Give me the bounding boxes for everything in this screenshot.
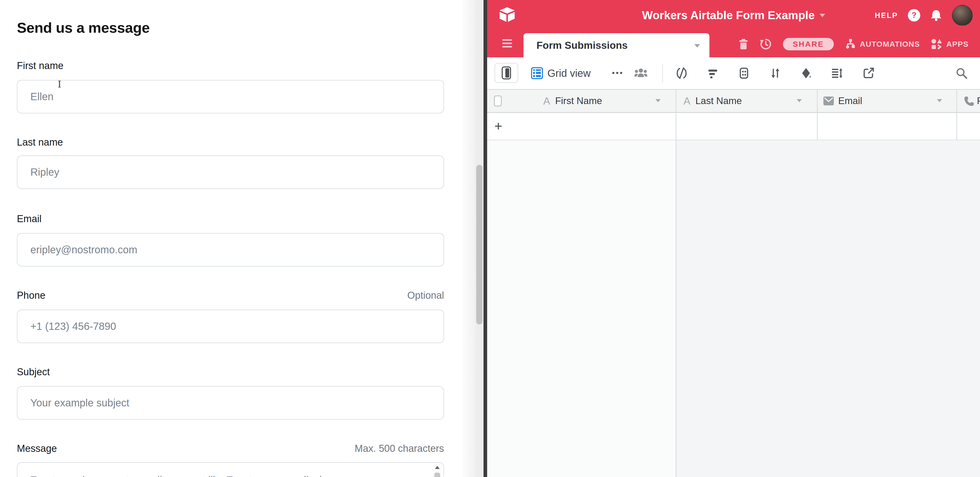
column-first-name[interactable]: First Name	[555, 90, 602, 112]
hide-fields-icon[interactable]	[676, 67, 687, 79]
tab-label: Form Submissions	[536, 33, 628, 57]
toggle-views-sidebar-button[interactable]	[495, 63, 518, 83]
email-label: Email	[17, 213, 41, 225]
phone-placeholder: +1 (123) 456-7890	[30, 320, 116, 332]
message-label-row: Message Max. 500 characters	[17, 441, 444, 454]
text-cursor-icon: I	[58, 79, 61, 90]
last-name-label: Last name	[17, 137, 63, 148]
message-label: Message	[17, 443, 57, 454]
view-toolbar: Grid view	[487, 57, 980, 89]
last-name-input[interactable]: Ripley	[17, 155, 444, 189]
page-title: Send us a message	[17, 19, 150, 36]
history-icon[interactable]	[760, 38, 772, 50]
automations-button[interactable]: AUTOMATIONS	[845, 38, 920, 50]
column-last-name[interactable]: Last Name	[695, 90, 742, 112]
add-record-row[interactable]: +	[487, 113, 980, 140]
email-placeholder: eripley@nostromo.com	[30, 244, 137, 256]
grid-view-icon	[531, 67, 543, 79]
first-name-label: First name	[17, 60, 64, 71]
message-maxchars-note: Max. 500 characters	[355, 443, 444, 454]
apps-icon	[931, 38, 943, 50]
email-input[interactable]: eripley@nostromo.com	[17, 233, 444, 266]
collaborators-icon[interactable]	[634, 67, 648, 80]
notifications-bell-icon[interactable]	[930, 10, 942, 21]
tab-form-submissions[interactable]: Form Submissions	[523, 33, 710, 57]
automations-icon	[845, 38, 856, 50]
share-button[interactable]: SHARE	[783, 38, 834, 50]
phone-label: Phone	[17, 290, 45, 301]
filter-icon[interactable]	[707, 67, 719, 79]
column-phone[interactable]: Phone	[977, 90, 980, 112]
page-scrollbar-thumb[interactable]	[476, 165, 482, 325]
select-all-checkbox[interactable]	[494, 95, 502, 106]
search-icon[interactable]	[956, 67, 967, 79]
color-icon[interactable]	[800, 67, 812, 79]
scroll-up-arrow-icon[interactable]	[435, 466, 440, 469]
subject-placeholder: Your example subject	[30, 397, 129, 409]
phone-optional-note: Optional	[407, 290, 444, 301]
column-divider[interactable]	[676, 90, 676, 477]
add-record-plus-icon[interactable]: +	[495, 113, 502, 139]
column-email[interactable]: Email	[838, 90, 862, 112]
user-avatar[interactable]	[952, 5, 973, 26]
column-divider[interactable]	[956, 90, 957, 139]
phone-input[interactable]: +1 (123) 456-7890	[17, 310, 444, 343]
sort-icon[interactable]	[769, 67, 781, 79]
message-text: Tenetur optio quaerat expedita vero et i…	[30, 473, 420, 477]
email-field-type-icon	[823, 96, 834, 106]
subject-input[interactable]: Your example subject	[17, 386, 444, 420]
airtable-window: Workers Airtable Form Example HELP ? For…	[487, 0, 980, 477]
apps-button[interactable]: APPS	[931, 38, 969, 50]
subject-label-row: Subject	[17, 364, 444, 377]
email-label-row: Email	[17, 211, 444, 225]
group-icon[interactable]	[738, 67, 750, 79]
phone-field-type-icon	[963, 95, 975, 107]
column-caret-icon[interactable]	[797, 99, 802, 102]
first-name-label-row: First name	[17, 59, 444, 71]
first-name-input[interactable]: Ellen	[17, 80, 444, 113]
last-name-placeholder: Ripley	[30, 166, 59, 178]
view-name[interactable]: Grid view	[547, 57, 591, 89]
airtable-table-bar: Form Submissions SHARE	[487, 31, 980, 57]
row-height-icon[interactable]	[831, 67, 843, 79]
view-more-options-icon[interactable]	[612, 72, 622, 74]
grid-empty-primary-section	[487, 140, 676, 477]
toolbar-divider	[662, 64, 663, 82]
contact-form-page: Send us a message First name Ellen I Las…	[0, 0, 463, 477]
automations-label: AUTOMATIONS	[860, 40, 920, 49]
sidebar-panel-icon	[502, 67, 511, 79]
help-question-icon[interactable]: ?	[908, 9, 920, 22]
share-label: SHARE	[793, 40, 824, 49]
apps-label: APPS	[946, 40, 969, 49]
window-divider	[484, 0, 487, 477]
column-divider[interactable]	[817, 90, 818, 139]
text-field-type-icon: A	[543, 90, 550, 112]
column-caret-icon[interactable]	[937, 99, 942, 102]
grid-column-headers: A First Name A Last Name Email Phone	[487, 89, 980, 113]
message-scrollbar-thumb[interactable]	[434, 472, 440, 477]
share-view-icon[interactable]	[862, 67, 875, 79]
text-field-type-icon: A	[684, 90, 690, 112]
message-scrollbar[interactable]	[434, 464, 441, 477]
subject-label: Subject	[17, 366, 50, 377]
column-caret-icon[interactable]	[655, 99, 660, 102]
hamburger-menu-icon[interactable]	[502, 39, 512, 49]
first-name-placeholder: Ellen	[30, 91, 54, 103]
airtable-top-bar: Workers Airtable Form Example HELP ?	[487, 0, 980, 31]
base-title-caret-icon[interactable]	[819, 14, 825, 17]
phone-label-row: Phone Optional	[17, 288, 444, 301]
tab-caret-icon[interactable]	[694, 44, 700, 48]
help-button[interactable]: HELP	[875, 11, 898, 20]
message-textarea[interactable]: Tenetur optio quaerat expedita vero et i…	[17, 462, 444, 477]
grid-empty-area	[487, 140, 980, 477]
page-gutter	[463, 0, 475, 477]
base-title[interactable]: Workers Airtable Form Example	[642, 9, 815, 22]
trash-icon[interactable]	[738, 38, 749, 50]
last-name-label-row: Last name	[17, 135, 444, 148]
